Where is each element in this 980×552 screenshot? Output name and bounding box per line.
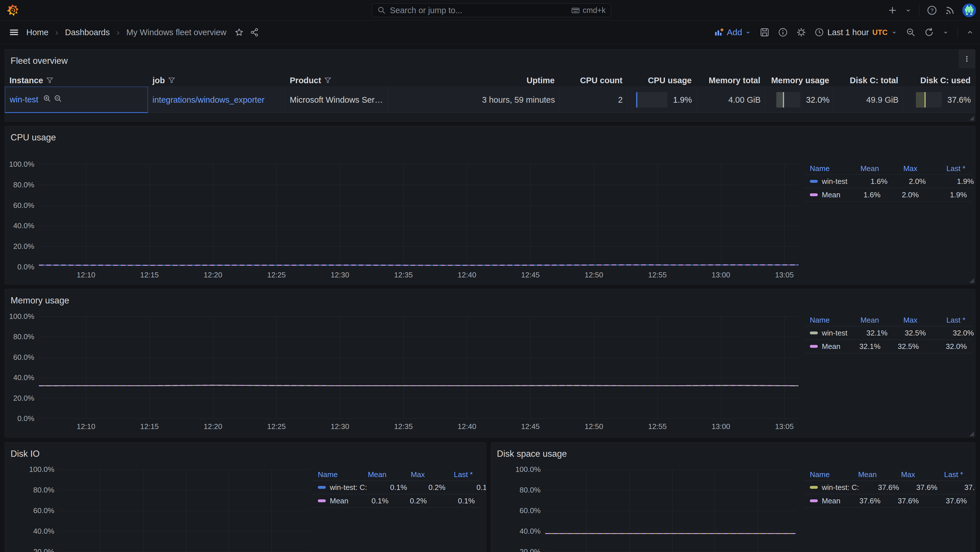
dashboard-settings-button[interactable] <box>796 27 806 37</box>
share-button[interactable] <box>250 28 259 37</box>
column-header-cpu-count[interactable]: CPU count <box>559 76 627 85</box>
share-icon <box>250 28 259 37</box>
cell-memory-usage: 32.0% <box>765 87 834 113</box>
chart-area[interactable] <box>545 469 795 552</box>
legend-header-name[interactable]: Name <box>810 164 839 173</box>
legend-series-toggle[interactable]: Mean <box>810 496 840 505</box>
mega-menu-button[interactable] <box>9 27 19 38</box>
legend-max-value: 37.6% <box>880 496 919 505</box>
panel-resize-handle[interactable] <box>969 431 974 436</box>
add-button-label: Add <box>727 27 742 37</box>
column-header-job[interactable]: job <box>148 76 285 85</box>
panel-title[interactable]: Fleet overview <box>11 56 68 66</box>
cell-cpu-count: 2 <box>559 87 627 113</box>
legend-header-name[interactable]: Name <box>810 316 839 325</box>
nav-divider <box>919 5 920 16</box>
legend-header-mean[interactable]: Mean <box>837 470 877 479</box>
legend-series-toggle[interactable]: win-test <box>810 329 848 337</box>
breadcrumb-dashboards[interactable]: Dashboards <box>65 28 110 37</box>
legend-swatch <box>318 486 326 489</box>
data-link-zoom-out-icon[interactable] <box>54 94 62 105</box>
legend-header-name[interactable]: Name <box>810 470 837 479</box>
legend-header-max[interactable]: Max <box>877 470 915 479</box>
x-axis-label: 12:25 <box>256 422 296 431</box>
legend-series-toggle[interactable]: Mean <box>810 342 840 351</box>
y-axis-label: 60.0% <box>506 506 541 515</box>
legend-series-toggle[interactable]: Mean <box>318 496 348 505</box>
legend-series-toggle[interactable]: Mean <box>810 191 840 199</box>
legend-header-name[interactable]: Name <box>318 470 347 479</box>
filter-icon[interactable] <box>46 76 54 84</box>
panel-title[interactable]: Disk space usage <box>497 449 567 459</box>
rss-icon <box>945 5 955 16</box>
filter-icon[interactable] <box>168 76 175 84</box>
news-button[interactable] <box>945 5 955 16</box>
save-dashboard-button[interactable] <box>760 27 770 37</box>
column-header-disk-total[interactable]: Disk C: total <box>834 76 903 85</box>
column-header-cpu-usage[interactable]: CPU usage <box>627 76 696 85</box>
legend-header-mean[interactable]: Mean <box>347 470 387 479</box>
filter-icon[interactable] <box>324 76 331 84</box>
legend-row: win-test: C:37.6%37.6%37.6% <box>804 481 970 494</box>
legend-header-mean[interactable]: Mean <box>839 316 879 325</box>
column-header-uptime[interactable]: Uptime <box>388 76 559 85</box>
panel-disk-io: Disk IO 100.0%80.0%60.0%40.0%20.0%NameMe… <box>5 442 486 552</box>
search-input[interactable]: Search or jump to... cmd+k <box>372 3 611 17</box>
legend-header-last[interactable]: Last * <box>425 470 473 479</box>
legend-row: Mean1.6%2.0%1.9% <box>804 188 972 202</box>
legend-header-last[interactable]: Last * <box>917 316 966 325</box>
legend-header-max[interactable]: Max <box>879 164 917 173</box>
legend-last-value: 32.0% <box>919 342 967 351</box>
legend-series-toggle[interactable]: win-test: C: <box>318 483 367 492</box>
job-link[interactable]: integrations/windows_exporter <box>153 95 265 105</box>
add-button[interactable]: Add <box>714 27 751 37</box>
legend-header-max[interactable]: Max <box>879 316 917 325</box>
column-header-memory-total[interactable]: Memory total <box>696 76 765 85</box>
breadcrumb-home[interactable]: Home <box>26 28 48 37</box>
avatar[interactable] <box>962 3 976 17</box>
legend-series-toggle[interactable]: win-test: C: <box>810 483 859 492</box>
chart-area[interactable] <box>59 469 309 552</box>
panel-title[interactable]: Memory usage <box>11 296 69 306</box>
legend-header-mean[interactable]: Mean <box>839 164 879 173</box>
legend-header-max[interactable]: Max <box>387 470 425 479</box>
data-link-zoom-in-icon[interactable] <box>43 94 51 105</box>
legend-swatch <box>810 193 818 196</box>
x-axis-label: 12:20 <box>193 422 233 431</box>
legend-last-value: 1.9% <box>926 177 974 186</box>
new-menu-caret[interactable] <box>905 7 912 14</box>
cell-job: integrations/windows_exporter <box>148 87 285 113</box>
search-placeholder: Search or jump to... <box>390 6 567 15</box>
help-button[interactable]: ? <box>927 5 937 16</box>
panel-resize-handle[interactable] <box>969 116 974 121</box>
panel-title[interactable]: Disk IO <box>11 449 40 459</box>
cpu-usage-gauge <box>636 92 667 108</box>
plus-icon <box>888 5 897 15</box>
column-header-product[interactable]: Product <box>285 76 388 85</box>
collapse-toolbar-button[interactable] <box>966 29 974 36</box>
legend-header: NameMeanMaxLast * <box>804 469 970 481</box>
hamburger-icon <box>9 27 19 38</box>
chart-area[interactable] <box>39 317 799 421</box>
column-header-disk-used[interactable]: Disk C: used <box>903 76 975 85</box>
instance-link[interactable]: win-test <box>10 95 38 104</box>
refresh-interval-caret[interactable] <box>943 29 949 35</box>
legend-header-last[interactable]: Last * <box>915 470 963 479</box>
new-button[interactable] <box>888 5 897 15</box>
legend-series-toggle[interactable]: win-test <box>810 177 848 186</box>
column-header-instance[interactable]: Instance <box>5 76 148 85</box>
x-axis-label: 12:40 <box>447 422 487 431</box>
grafana-logo[interactable] <box>6 4 19 17</box>
zoom-out-time-button[interactable] <box>906 27 916 37</box>
time-range-picker[interactable]: Last 1 hour UTC <box>815 28 897 37</box>
legend-header-last[interactable]: Last * <box>917 164 966 173</box>
time-range-label: Last 1 hour <box>827 28 869 37</box>
dashboard-insights-button[interactable] <box>778 27 788 37</box>
panel-resize-handle[interactable] <box>969 278 974 283</box>
favorite-button[interactable] <box>235 28 243 37</box>
column-header-memory-usage[interactable]: Memory usage <box>765 76 834 85</box>
panel-title[interactable]: CPU usage <box>11 132 56 143</box>
chart-area[interactable] <box>39 164 799 269</box>
panel-menu-button[interactable] <box>959 49 975 68</box>
refresh-button[interactable] <box>924 27 934 37</box>
